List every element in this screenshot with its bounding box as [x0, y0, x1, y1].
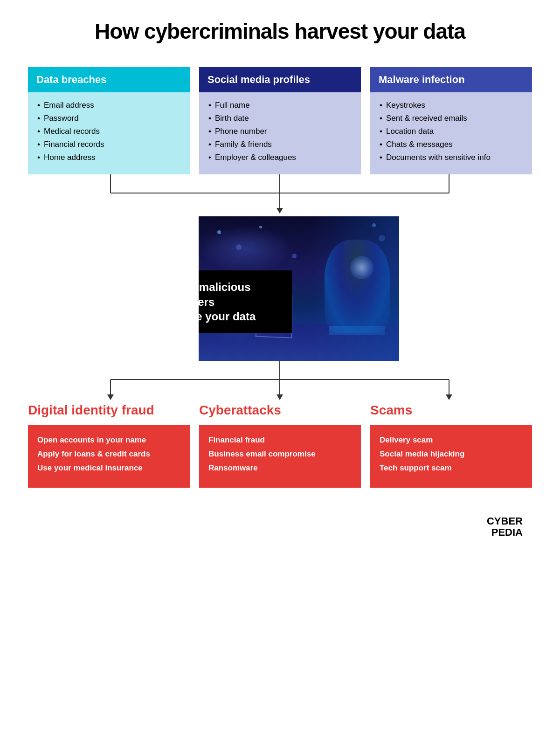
list-item: Password: [37, 114, 180, 123]
data-breaches-title: Data breaches: [36, 74, 106, 85]
list-item: Birth date: [208, 114, 352, 123]
connector-top-svg: [28, 174, 532, 216]
malware-body: Keystrokes Sent & received emails Locati…: [370, 92, 532, 174]
hacker-label: How malicious hackers reuse your data: [199, 270, 292, 333]
bottom-section: Digital identity fraud Open accounts in …: [28, 403, 532, 488]
malware-header: Malware infection: [370, 67, 532, 92]
page-container: How cybercriminals harvest your data Dat…: [0, 0, 560, 566]
cyberattacks-body: Financial fraud Business email compromis…: [199, 425, 361, 488]
logo-text: CYBER PEDIA: [28, 516, 523, 538]
svg-marker-11: [277, 394, 283, 400]
scams-body: Delivery scam Social media hijacking Tec…: [370, 425, 532, 488]
screen-glow2: [199, 226, 292, 272]
malware-list: Keystrokes Sent & received emails Locati…: [380, 101, 523, 162]
connector-bottom-svg: [28, 361, 532, 403]
list-item: Financial fraud: [208, 435, 352, 445]
scams-title: Scams: [370, 403, 532, 418]
cyberattacks-title: Cyberattacks: [199, 403, 361, 418]
data-breaches-header: Data breaches: [28, 67, 190, 92]
data-breaches-list: Email address Password Medical records F…: [37, 101, 180, 162]
social-media-card: Social media profiles Full name Birth da…: [199, 67, 361, 174]
list-item: Open accounts in your name: [37, 435, 180, 445]
data-breaches-card: Data breaches Email address Password Med…: [28, 67, 190, 174]
social-media-header: Social media profiles: [199, 67, 361, 92]
list-item: Documents with sensitive info: [380, 153, 523, 162]
list-item: Email address: [37, 101, 180, 110]
list-item: Employer & colleagues: [208, 153, 352, 162]
hacker-image: How malicious hackers reuse your data: [199, 216, 399, 361]
list-item: Medical records: [37, 127, 180, 136]
list-item: Apply for loans & credit cards: [37, 449, 180, 459]
middle-section: How malicious hackers reuse your data: [140, 216, 420, 361]
scams-list: Delivery scam Social media hijacking Tec…: [380, 435, 523, 473]
data-breaches-body: Email address Password Medical records F…: [28, 92, 190, 174]
list-item: Tech support scam: [380, 463, 523, 473]
svg-marker-9: [107, 394, 114, 400]
list-item: Phone number: [208, 127, 352, 136]
cyberattacks-list: Financial fraud Business email compromis…: [208, 435, 352, 473]
digital-identity-card: Digital identity fraud Open accounts in …: [28, 403, 190, 488]
main-title: How cybercriminals harvest your data: [28, 19, 532, 44]
cyberattacks-card: Cyberattacks Financial fraud Business em…: [199, 403, 361, 488]
digital-identity-title: Digital identity fraud: [28, 403, 190, 418]
list-item: Social media hijacking: [380, 449, 523, 459]
digital-identity-list: Open accounts in your name Apply for loa…: [37, 435, 180, 473]
logo-container: CYBER PEDIA: [28, 516, 532, 538]
list-item: Delivery scam: [380, 435, 523, 445]
top-section: Data breaches Email address Password Med…: [28, 67, 532, 174]
digital-identity-body: Open accounts in your name Apply for loa…: [28, 425, 190, 488]
malware-card: Malware infection Keystrokes Sent & rece…: [370, 67, 532, 174]
scams-card: Scams Delivery scam Social media hijacki…: [370, 403, 532, 488]
logo-line2: PEDIA: [28, 527, 523, 538]
list-item: Keystrokes: [380, 101, 523, 110]
malware-title: Malware infection: [379, 74, 465, 85]
list-item: Financial records: [37, 140, 180, 149]
logo-line1: CYBER: [28, 516, 523, 527]
list-item: Home address: [37, 153, 180, 162]
list-item: Ransomware: [208, 463, 352, 473]
list-item: Chats & messages: [380, 140, 523, 149]
svg-marker-13: [446, 394, 452, 400]
social-media-body: Full name Birth date Phone number Family…: [199, 92, 361, 174]
list-item: Location data: [380, 127, 523, 136]
list-item: Business email compromise: [208, 449, 352, 459]
list-item: Full name: [208, 101, 352, 110]
hacker-label-line2: reuse your data: [199, 310, 256, 323]
list-item: Sent & received emails: [380, 114, 523, 123]
social-media-title: Social media profiles: [207, 74, 310, 85]
connector-bottom: [28, 361, 532, 403]
list-item: Family & friends: [208, 140, 352, 149]
list-item: Use your medical insurance: [37, 463, 180, 473]
hacker-label-line1: How malicious hackers: [199, 281, 251, 308]
svg-marker-5: [277, 208, 283, 214]
social-media-list: Full name Birth date Phone number Family…: [208, 101, 352, 162]
connector-top: [28, 174, 532, 216]
